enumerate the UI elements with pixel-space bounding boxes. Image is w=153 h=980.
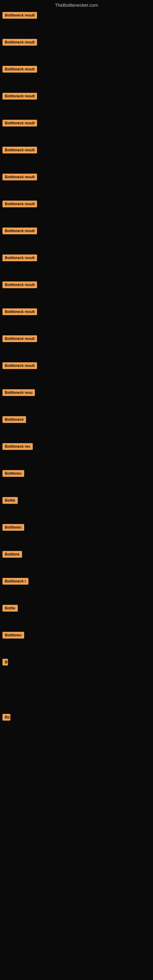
bottleneck-badge-5[interactable]: Bottleneck result <box>2 120 37 126</box>
bottleneck-badge-8[interactable]: Bottleneck result <box>2 200 37 207</box>
bottleneck-badge-16[interactable]: Bottleneck <box>2 416 26 423</box>
bottleneck-item-26: Bo <box>0 711 153 766</box>
bottleneck-badge-25[interactable]: B <box>2 659 8 665</box>
bottleneck-badge-10[interactable]: Bottleneck result <box>2 255 37 261</box>
bottleneck-badge-3[interactable]: Bottleneck result <box>2 66 37 73</box>
site-title: TheBottlenecker.com <box>0 0 153 9</box>
bottleneck-badge-9[interactable]: Bottleneck result <box>2 228 37 234</box>
bottleneck-badge-4[interactable]: Bottleneck result <box>2 93 37 100</box>
bottleneck-item-1: Bottleneck result <box>0 9 153 36</box>
bottleneck-item-6: Bottleneck result <box>0 144 153 170</box>
bottleneck-item-19: Bottle <box>0 494 153 521</box>
bottleneck-item-2: Bottleneck result <box>0 36 153 63</box>
bottleneck-item-13: Bottleneck result <box>0 332 153 359</box>
bottleneck-badge-18[interactable]: Bottlenec <box>2 470 24 477</box>
bottleneck-item-22: Bottleneck r <box>0 575 153 602</box>
bottleneck-item-14: Bottleneck result <box>0 359 153 386</box>
bottleneck-badge-7[interactable]: Bottleneck result <box>2 173 37 180</box>
bottleneck-badge-1[interactable]: Bottleneck result <box>2 12 37 19</box>
bottleneck-badge-20[interactable]: Bottlenec <box>2 524 24 531</box>
bottleneck-item-17: Bottleneck res <box>0 440 153 467</box>
bottleneck-item-4: Bottleneck result <box>0 90 153 117</box>
bottleneck-badge-12[interactable]: Bottleneck result <box>2 309 37 315</box>
bottleneck-badge-17[interactable]: Bottleneck res <box>2 443 33 450</box>
bottleneck-item-18: Bottlenec <box>0 467 153 494</box>
bottleneck-item-7: Bottleneck result <box>0 170 153 197</box>
bottleneck-item-5: Bottleneck result <box>0 117 153 144</box>
bottleneck-item-10: Bottleneck result <box>0 251 153 278</box>
bottleneck-badge-21[interactable]: Bottlene <box>2 551 22 558</box>
bottleneck-item-20: Bottlenec <box>0 521 153 548</box>
bottleneck-item-24: Bottlenec <box>0 629 153 656</box>
bottleneck-badge-26[interactable]: Bo <box>2 714 10 721</box>
bottleneck-badge-6[interactable]: Bottleneck result <box>2 147 37 153</box>
bottleneck-item-9: Bottleneck result <box>0 224 153 251</box>
bottleneck-badge-14[interactable]: Bottleneck result <box>2 362 37 369</box>
bottleneck-item-15: Bottleneck resu <box>0 386 153 413</box>
bottleneck-item-23: Bottle <box>0 602 153 629</box>
bottleneck-badge-11[interactable]: Bottleneck result <box>2 282 37 288</box>
bottleneck-badge-22[interactable]: Bottleneck r <box>2 578 29 585</box>
bottleneck-item-21: Bottlene <box>0 548 153 575</box>
bottleneck-item-3: Bottleneck result <box>0 63 153 90</box>
bottleneck-item-25: B <box>0 656 153 711</box>
bottleneck-item-12: Bottleneck result <box>0 305 153 332</box>
bottleneck-item-16: Bottleneck <box>0 413 153 440</box>
bottleneck-badge-2[interactable]: Bottleneck result <box>2 39 37 46</box>
bottleneck-badge-19[interactable]: Bottle <box>2 497 18 504</box>
bottleneck-badge-23[interactable]: Bottle <box>2 605 18 612</box>
bottleneck-badge-13[interactable]: Bottleneck result <box>2 335 37 342</box>
bottleneck-badge-24[interactable]: Bottlenec <box>2 632 24 638</box>
bottleneck-badge-15[interactable]: Bottleneck resu <box>2 389 35 396</box>
bottleneck-item-8: Bottleneck result <box>0 197 153 224</box>
bottleneck-item-11: Bottleneck result <box>0 278 153 305</box>
